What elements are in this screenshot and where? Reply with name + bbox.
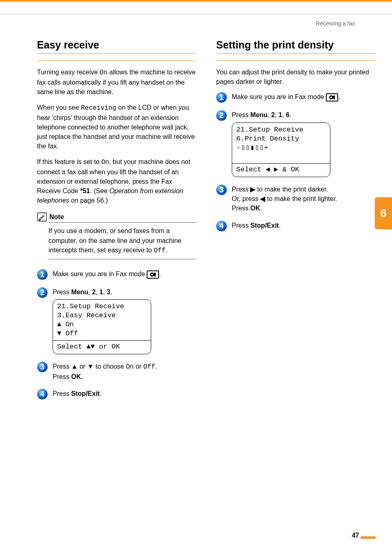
left-column: Easy receive Turning easy receive On all… (37, 39, 196, 407)
right-column: Setting the print density You can adjust… (216, 39, 376, 407)
text: . (81, 373, 83, 380)
text: , (96, 289, 99, 295)
step-3: 3 Press ▶ to make the print darker. Or, … (216, 185, 376, 213)
print-density-heading: Setting the print density (216, 39, 376, 51)
lcd-density-bar: -▯▯▮▯▯+ (236, 143, 326, 152)
lcd-display-2: 21.Setup Receive 6.Print Density -▯▯▮▯▯+… (232, 122, 330, 177)
text: When you see (37, 104, 81, 111)
on-text: On (126, 363, 134, 371)
svg-text:3: 3 (219, 186, 224, 194)
svg-text:2: 2 (219, 111, 224, 120)
text: Press (53, 363, 71, 370)
step-2-text: Press Menu, 2, 1, 3. 21.Setup Receive 3.… (53, 287, 196, 354)
on-text: On (101, 159, 109, 166)
note-label: Note (49, 213, 64, 221)
paragraph-3: If this feature is set to On, but your m… (37, 157, 196, 205)
left-arrow: ◀ (260, 195, 265, 202)
lcd-line: Select ◀ ▶ & OK (232, 164, 330, 177)
step-number-4: 4 (216, 221, 227, 231)
text: Press (53, 390, 71, 397)
lcd-line: ▼ Off (57, 329, 147, 338)
heading-rule-orange (216, 60, 376, 61)
paragraph-1: Turning easy receive On allows the machi… (37, 67, 196, 97)
text: . (260, 205, 262, 212)
text: , (282, 111, 286, 118)
step-number-1: 1 (216, 92, 227, 103)
receiving-text: Receiving (81, 104, 116, 112)
step-1-text: Make sure you are in Fax mode . (53, 269, 196, 279)
off-text: Off (143, 363, 155, 371)
text: . (See (90, 187, 109, 194)
step-1: 1 Make sure you are in Fax mode . (216, 92, 376, 103)
paragraph-1: You can adjust the print density to make… (216, 67, 376, 86)
stop-exit-key: Stop/Exit (250, 222, 279, 229)
on-text: On (99, 69, 107, 76)
text: Or, press (232, 195, 260, 202)
lcd-line: 6.Print Density (236, 134, 326, 143)
easy-receive-heading: Easy receive (37, 39, 196, 51)
paragraph-2: When you see Receiving on the LCD or whe… (37, 103, 196, 151)
text: to make the print lighter. (265, 195, 337, 202)
step-2-text: Press Menu, 2, 1, 6. 21.Setup Receive 6.… (232, 110, 376, 177)
stop-exit-key: Stop/Exit (71, 390, 99, 397)
step-3: 3 Press ▲ or ▼ to choose On or Off. Pres… (37, 362, 196, 381)
svg-text:1: 1 (219, 93, 224, 102)
text: Press (232, 111, 250, 118)
key-1: 1 (279, 111, 282, 118)
text: Press (232, 205, 250, 212)
key-2: 2 (92, 289, 96, 295)
step-2: 2 Press Menu, 2, 1, 6. 21.Setup Receive … (216, 110, 376, 177)
text: Make sure you are in Fax mode (232, 93, 326, 100)
step-2: 2 Press Menu, 2, 1, 3. 21.Setup Receive … (37, 287, 196, 354)
note-body: If you use a modem, or send faxes from a… (48, 226, 196, 256)
heading-rule-orange (37, 60, 196, 61)
svg-text:2: 2 (40, 289, 44, 297)
text: on page 56.) (69, 197, 108, 204)
text: or (78, 363, 87, 370)
text: . (155, 363, 157, 370)
text: . (111, 289, 112, 295)
step-number-3: 3 (216, 185, 227, 195)
lcd-line: ▲ On (57, 320, 147, 329)
lcd-display-1: 21.Setup Receive 3.Easy Receive ▲ On ▼ O… (53, 299, 151, 354)
step-4: 4 Press Stop/Exit. (216, 221, 376, 231)
step-number-2: 2 (37, 287, 48, 298)
text: Press (232, 186, 250, 193)
note-header: Note (37, 212, 196, 222)
lcd-line: 3.Easy Receive (57, 311, 147, 320)
svg-text:4: 4 (40, 390, 44, 398)
key-2: 2 (271, 111, 275, 118)
step-4: 4 Press Stop/Exit. (37, 389, 196, 399)
note-rule-end (48, 259, 196, 259)
svg-point-14 (330, 97, 332, 99)
ok-key: OK (71, 373, 81, 380)
header-section: Receiving a fax (0, 14, 392, 27)
text: , (267, 111, 271, 118)
text: or (134, 363, 143, 370)
page-accent-bar (361, 536, 376, 539)
text: Press (53, 289, 71, 295)
down-arrow: ▼ (87, 363, 94, 370)
svg-text:1: 1 (40, 270, 44, 279)
text: to choose (94, 363, 126, 370)
fax-mode-icon (326, 93, 338, 102)
step-number-3: 3 (37, 362, 48, 372)
lcd-line: 21.Setup Receive (236, 125, 326, 134)
top-orange-bar (0, 0, 392, 2)
note-rule (48, 222, 196, 223)
text: . (166, 247, 167, 254)
text: Press (232, 222, 250, 229)
text: , (88, 289, 92, 295)
heading-rule (37, 53, 196, 54)
fax-mode-icon (147, 270, 159, 279)
text: . (290, 111, 291, 118)
code-text: *51 (80, 187, 90, 194)
heading-rule (216, 53, 376, 54)
text: . (100, 390, 101, 397)
step-3-text: Press ▶ to make the print darker. Or, pr… (232, 185, 376, 213)
text: Turning easy receive (37, 69, 99, 76)
step-number-1: 1 (37, 269, 48, 280)
note-icon (37, 212, 47, 222)
up-arrow: ▲ (71, 363, 78, 370)
text: to make the print darker. (255, 186, 328, 193)
